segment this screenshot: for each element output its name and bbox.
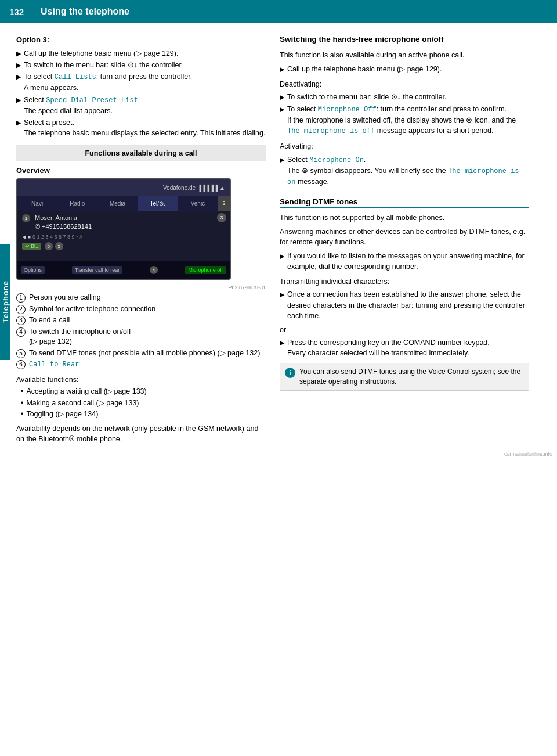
screen-number-row: ✆ +4915158628141 3: [22, 223, 225, 233]
num-text-6: Call to Rear: [29, 359, 79, 370]
option3-text-2: To switch to the menu bar: slide ⊙↓ the …: [24, 60, 183, 70]
header-bar: 132 Using the telephone: [0, 0, 557, 23]
screen-nav: Navi Radio Media Tel/⊙. Vehic 2: [17, 196, 230, 211]
num-item-2: 2 Symbol for active telephone connection: [16, 304, 266, 315]
dtmf-heading: Sending DTMF tones: [280, 197, 529, 206]
dtmf-item-3: ▶ Press the corresponding key on the COM…: [280, 337, 529, 358]
option3-text-5: Select a preset.The telephone basic menu…: [24, 117, 265, 138]
bullet-dot-1: •: [21, 387, 23, 397]
dtmf-divider: [280, 207, 529, 208]
info-box: i You can also send DTMF tones using the…: [280, 363, 529, 391]
arrow-icon-4: ▶: [16, 96, 21, 105]
nav-circle2: 2: [218, 196, 230, 211]
screen-bottom: Options Transfer call to rear 4 Micropho…: [17, 261, 230, 279]
dtmf-item-1: ▶ If you would like to listen to the mes…: [280, 251, 529, 272]
screen-content: 1 Moser, Antonia ✆ +4915158628141 3 ◀ ■ …: [17, 211, 230, 254]
switching-item-1: ▶ Call up the telephone basic menu (▷ pa…: [280, 64, 529, 74]
num-text-1: Person you are calling: [29, 293, 101, 303]
circle-6: 6: [45, 242, 53, 250]
circle-4: 4: [150, 266, 158, 274]
page-number: 132: [9, 7, 27, 17]
arrow-act-1: ▶: [280, 156, 284, 165]
nav-tel: Tel/⊙.: [138, 196, 178, 211]
available-functions-heading: Available functions:: [16, 375, 266, 385]
arrow-dtmf-1: ▶: [280, 252, 284, 261]
screen-top-bar: Vodafone.de ▐▐▐▐▐ ▲: [17, 179, 230, 196]
transmitting-heading: Transmitting individual characters:: [280, 276, 529, 287]
option3-text-3: To select Call Lists: turn and press the…: [24, 71, 192, 93]
nav-vehic: Vehic: [178, 196, 218, 211]
num-circle-6: 6: [16, 360, 26, 369]
screen-mic-off: Microphone off: [185, 266, 226, 274]
screen-info-row: 1 Moser, Antonia: [22, 214, 225, 222]
num-circle-5: 5: [16, 349, 26, 358]
right-column: Switching the hands-free microphone on/o…: [280, 35, 529, 448]
or-text: or: [280, 325, 529, 335]
num-circle-4: 4: [16, 327, 26, 337]
num-item-3: 3 To end a call: [16, 315, 266, 326]
num-item-6: 6 Call to Rear: [16, 359, 266, 370]
deactivating-heading: Deactivating:: [280, 79, 529, 89]
arrow-icon-3: ▶: [16, 73, 21, 82]
nav-navi: Navi: [17, 196, 57, 211]
bullet-3: • Toggling (▷ page 134): [16, 409, 266, 420]
screen-btn-back: ↩ Bl..: [22, 243, 41, 250]
switching-text-1: Call up the telephone basic menu (▷ page…: [287, 64, 442, 74]
bullet-text-3: Toggling (▷ page 134): [26, 409, 98, 420]
circle-1: 1: [22, 214, 30, 222]
left-column: Option 3: ▶ Call up the telephone basic …: [16, 35, 266, 448]
num-item-4: 4 To switch the microphone on/off(▷ page…: [16, 327, 266, 347]
deact-text-1: To switch to the menu bar: slide ⊙↓ the …: [287, 92, 446, 102]
deact-item-1: ▶ To switch to the menu bar: slide ⊙↓ th…: [280, 92, 529, 102]
functions-box: Functions available during a call: [16, 145, 266, 161]
option3-item-4: ▶ Select Speed Dial Preset List.The spee…: [16, 95, 266, 117]
num-item-1: 1 Person you are calling: [16, 293, 266, 303]
num-circle-3: 3: [16, 316, 26, 325]
dtmf-item-2: ▶ Once a connection has been established…: [280, 289, 529, 321]
screen-bottom-icons: ↩ Bl.. 6 5: [22, 242, 225, 250]
switching-divider: [280, 45, 529, 45]
option3-item-3: ▶ To select Call Lists: turn and press t…: [16, 71, 266, 93]
option3-text-1: Call up the telephone basic menu (▷ page…: [24, 48, 178, 59]
num-text-5: To send DTMF tones (not possible with al…: [29, 348, 260, 359]
overview-heading: Overview: [16, 166, 266, 175]
bullet-text-2: Making a second call (▷ page 133): [26, 398, 139, 409]
act-item-1: ▶ Select Microphone On.The ⊗ symbol disa…: [280, 154, 529, 188]
num-text-4: To switch the microphone on/off(▷ page 1…: [29, 327, 131, 347]
option3-item-1: ▶ Call up the telephone basic menu (▷ pa…: [16, 48, 266, 59]
arrow-dtmf-3: ▶: [280, 339, 284, 348]
functions-box-label: Functions available during a call: [85, 149, 197, 157]
screen-number: ✆ +4915158628141: [35, 223, 92, 231]
screen-options: Options: [21, 266, 45, 274]
num-item-5: 5 To send DTMF tones (not possible with …: [16, 348, 266, 359]
option3-text-4: Select Speed Dial Preset List.The speed …: [24, 95, 140, 117]
option3-item-2: ▶ To switch to the menu bar: slide ⊙↓ th…: [16, 60, 266, 70]
nav-media: Media: [97, 196, 138, 211]
bullet-2: • Making a second call (▷ page 133): [16, 398, 266, 409]
screen-keypad: ◀ ■ 0 1 2 3 4 5 6 7 8 9 * #: [22, 234, 225, 240]
arrow-icon-5: ▶: [16, 118, 21, 128]
num-circle-1: 1: [16, 293, 26, 303]
dtmf-para1: This function is not supported by all mo…: [280, 213, 529, 223]
dtmf-para2: Answering machines or other devices can …: [280, 226, 529, 247]
option3-item-5: ▶ Select a preset.The telephone basic me…: [16, 117, 266, 138]
screen-image: Vodafone.de ▐▐▐▐▐ ▲ Navi Radio Media Tel…: [16, 178, 231, 280]
availability-para: Availability depends on the network (onl…: [16, 423, 266, 444]
bullet-text-1: Accepting a waiting call (▷ page 133): [26, 387, 146, 397]
screen-name: Moser, Antonia: [35, 214, 77, 221]
screen-carrier: Vodafone.de ▐▐▐▐▐ ▲: [163, 185, 225, 191]
deact-item-2: ▶ To select Microphone Off: turn the con…: [280, 104, 529, 137]
arrow-dtmf-2: ▶: [280, 290, 284, 300]
dtmf-text-1: If you would like to listen to the messa…: [287, 251, 529, 272]
screen-image-id: P82.87-8670-31: [16, 285, 266, 290]
arrow-icon-2: ▶: [16, 61, 21, 70]
option3-heading: Option 3:: [16, 35, 266, 46]
activating-heading: Activating:: [280, 141, 529, 152]
bullet-dot-2: •: [21, 398, 23, 409]
screen-transfer: Transfer call to rear: [72, 266, 123, 274]
info-text: You can also send DTMF tones using the V…: [299, 367, 524, 387]
arrow-sw-1: ▶: [280, 65, 284, 74]
nav-radio: Radio: [57, 196, 97, 211]
deact-text-2: To select Microphone Off: turn the contr…: [287, 104, 529, 137]
num-circle-2: 2: [16, 305, 26, 314]
